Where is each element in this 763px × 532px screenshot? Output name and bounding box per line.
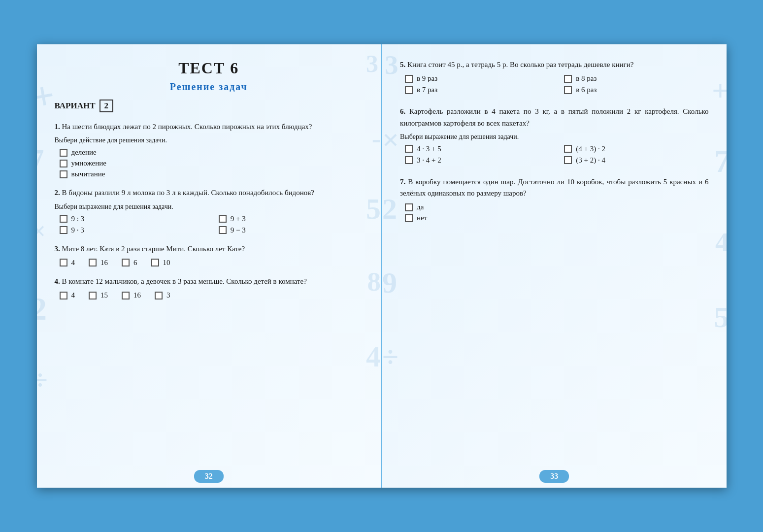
q2-option-1[interactable]: 9 : 3 xyxy=(60,215,204,223)
q4-option-1-label: 4 xyxy=(71,291,75,299)
right-page-number: 33 xyxy=(539,470,569,483)
question-2: 2. В бидоны разлили 9 л молока по 3 л в … xyxy=(55,187,364,234)
bg-deco-8: 5 xyxy=(366,192,381,226)
q2-option-2[interactable]: 9 + 3 xyxy=(219,215,363,223)
subtitle: Решение задач xyxy=(55,81,364,93)
q5-option-4-label: в 6 раз xyxy=(576,86,597,94)
question-5: 5. Книга стоит 45 р., а тетрадь 5 р. Во … xyxy=(400,59,709,94)
q6-option-4[interactable]: (3 + 2) · 4 xyxy=(564,156,708,165)
q5-checkbox-2[interactable] xyxy=(564,75,572,83)
left-page: + 7 × 2 ÷ 3 - 5 8 4 ТЕСТ 6 Решение задач… xyxy=(37,44,383,488)
q3-option-1[interactable]: 4 xyxy=(60,259,75,267)
q1-option-1[interactable]: деление xyxy=(60,148,364,157)
question-3: 3. Мите 8 лет. Катя в 2 раза старше Мити… xyxy=(55,243,364,267)
q2-num: 2. xyxy=(55,189,60,197)
q7-num: 7. xyxy=(400,178,405,186)
q3-option-3[interactable]: 6 xyxy=(122,259,137,267)
q1-options: деление умножение вычитание xyxy=(60,148,364,178)
q1-checkbox-3[interactable] xyxy=(60,170,67,178)
q1-checkbox-1[interactable] xyxy=(60,149,67,157)
right-page: + 7 4 5 3 × 2 9 ÷ 5. Книга стоит 45 р., … xyxy=(382,44,727,488)
bg-deco-7: - xyxy=(372,123,381,154)
q1-option-2-label: умножение xyxy=(71,159,106,167)
q5-checkbox-4[interactable] xyxy=(564,86,572,94)
q2-option-4[interactable]: 9 − 3 xyxy=(219,226,363,234)
q2-option-1-label: 9 : 3 xyxy=(71,215,85,223)
q2-option-3[interactable]: 9 · 3 xyxy=(60,226,204,234)
q3-checkbox-3[interactable] xyxy=(122,259,130,266)
q5-option-1[interactable]: в 9 раз xyxy=(405,74,549,83)
bg-deco-6: 3 xyxy=(366,49,378,78)
q6-checkbox-4[interactable] xyxy=(564,156,572,164)
bg-deco-r4: 5 xyxy=(714,300,727,334)
q2-option-2-label: 9 + 3 xyxy=(231,215,246,223)
bg-deco-r3: 4 xyxy=(715,227,727,258)
bg-deco-3: × xyxy=(37,217,46,245)
q5-option-2-label: в 8 раз xyxy=(576,74,597,83)
q5-checkbox-1[interactable] xyxy=(405,75,413,83)
q4-checkbox-1[interactable] xyxy=(60,292,67,299)
q7-option-1[interactable]: да xyxy=(405,203,709,211)
q4-option-2[interactable]: 15 xyxy=(89,291,108,299)
q5-option-2[interactable]: в 8 раз xyxy=(564,74,708,83)
q4-checkbox-2[interactable] xyxy=(89,292,97,299)
question-7: 7. В коробку помещается один шар. Достат… xyxy=(400,176,709,223)
bg-deco-r1: + xyxy=(712,74,726,108)
q4-option-3[interactable]: 16 xyxy=(122,291,141,299)
q3-checkbox-2[interactable] xyxy=(89,259,97,266)
q6-options: 4 · 3 + 5 (4 + 3) · 2 3 · 4 + 2 (3 + 2) … xyxy=(405,145,709,165)
q7-options: да нет xyxy=(405,203,709,222)
q5-checkbox-3[interactable] xyxy=(405,86,413,94)
q6-option-4-label: (3 + 2) · 4 xyxy=(576,156,605,165)
q3-checkbox-1[interactable] xyxy=(60,259,67,266)
question-5-text: 5. Книга стоит 45 р., а тетрадь 5 р. Во … xyxy=(400,59,709,70)
q3-checkbox-4[interactable] xyxy=(151,259,159,266)
q6-option-3[interactable]: 3 · 4 + 2 xyxy=(405,156,549,165)
q6-checkbox-3[interactable] xyxy=(405,156,413,164)
q6-option-1[interactable]: 4 · 3 + 5 xyxy=(405,145,549,153)
q1-option-2[interactable]: умножение xyxy=(60,159,364,167)
q6-option-2[interactable]: (4 + 3) · 2 xyxy=(564,145,708,153)
question-3-text: 3. Мите 8 лет. Катя в 2 раза старше Мити… xyxy=(55,243,364,255)
q7-checkbox-1[interactable] xyxy=(405,203,413,211)
q4-checkbox-3[interactable] xyxy=(122,292,130,299)
q7-checkbox-2[interactable] xyxy=(405,214,413,222)
q4-checkbox-4[interactable] xyxy=(155,292,163,299)
q2-option-4-label: 9 − 3 xyxy=(231,226,246,234)
q2-instruction: Выбери выражение для решения задачи. xyxy=(55,203,364,211)
q7-option-2[interactable]: нет xyxy=(405,214,709,222)
bg-deco-r7: 2 xyxy=(382,192,397,226)
question-4-text: 4. В комнате 12 мальчиков, а девочек в 3… xyxy=(55,276,364,287)
q5-option-4[interactable]: в 6 раз xyxy=(564,86,708,94)
left-page-number: 32 xyxy=(194,470,224,483)
question-6-text: 6. Картофель разложили в 4 пакета по 3 к… xyxy=(400,106,709,129)
q3-option-4[interactable]: 10 xyxy=(151,259,170,267)
q3-option-2-label: 16 xyxy=(100,259,108,267)
q1-option-1-label: деление xyxy=(71,148,97,157)
q6-option-1-label: 4 · 3 + 5 xyxy=(417,145,441,153)
q5-option-3[interactable]: в 7 раз xyxy=(405,86,549,94)
bg-deco-r9: ÷ xyxy=(382,340,398,374)
q4-options: 4 15 16 3 xyxy=(60,291,364,299)
q5-option-1-label: в 9 раз xyxy=(417,74,437,83)
q2-option-3-label: 9 · 3 xyxy=(71,226,84,234)
q3-option-1-label: 4 xyxy=(71,259,75,267)
q2-checkbox-3[interactable] xyxy=(60,226,67,234)
q1-checkbox-2[interactable] xyxy=(60,160,67,167)
q6-checkbox-1[interactable] xyxy=(405,145,413,153)
q6-option-2-label: (4 + 3) · 2 xyxy=(576,145,605,153)
q6-checkbox-2[interactable] xyxy=(564,145,572,153)
q1-option-3[interactable]: вычитание xyxy=(60,170,364,178)
q2-checkbox-4[interactable] xyxy=(219,226,227,234)
question-1: 1. На шести блюдцах лежат по 2 пирожных.… xyxy=(55,121,364,178)
q2-checkbox-1[interactable] xyxy=(60,215,67,223)
q4-option-4[interactable]: 3 xyxy=(155,291,170,299)
question-7-text: 7. В коробку помещается один шар. Достат… xyxy=(400,176,709,200)
q4-option-1[interactable]: 4 xyxy=(60,291,75,299)
q3-option-3-label: 6 xyxy=(133,259,137,267)
q4-num: 4. xyxy=(55,277,60,285)
q2-checkbox-2[interactable] xyxy=(219,215,227,223)
q3-option-2[interactable]: 16 xyxy=(89,259,108,267)
question-4: 4. В комнате 12 мальчиков, а девочек в 3… xyxy=(55,276,364,299)
q6-option-3-label: 3 · 4 + 2 xyxy=(417,156,441,165)
